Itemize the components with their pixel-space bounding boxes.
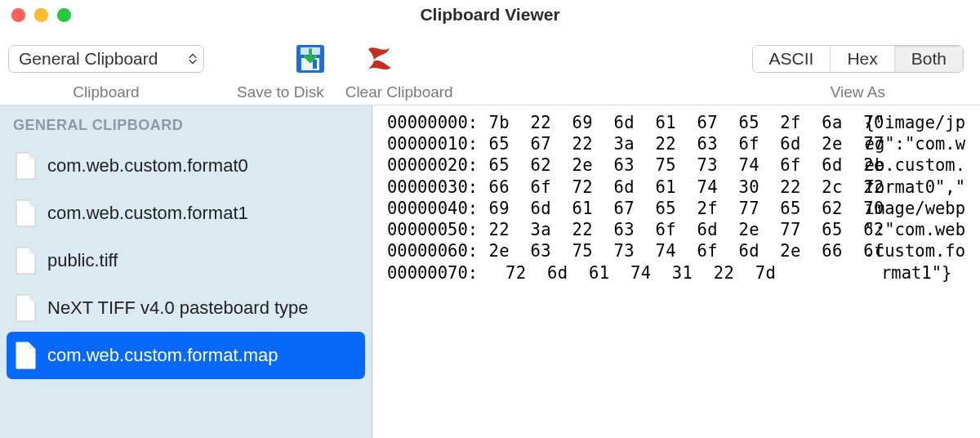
- viewas-group-label: View As: [831, 83, 885, 105]
- hex-row: 00000000:7b 22 69 6d 61 67 65 2f 6a 70{"…: [387, 112, 965, 133]
- close-window-button[interactable]: [11, 8, 25, 22]
- hex-row: 00000010:65 67 22 3a 22 63 6f 6d 2e 77eg…: [387, 133, 965, 154]
- segment-both[interactable]: Both: [894, 46, 963, 72]
- sidebar-item[interactable]: com.web.custom.format0: [0, 142, 372, 190]
- hex-offset: 00000020:: [387, 154, 489, 176]
- hex-row: 00000040:69 6d 61 67 65 2f 77 65 62 70im…: [387, 198, 965, 219]
- action-group: Save to Disk Clear Clipboard: [237, 34, 453, 105]
- sidebar-item-label: com.web.custom.format0: [47, 155, 248, 177]
- hex-bytes: 66 6f 72 6d 61 74 30 22 2c 22: [489, 177, 865, 198]
- hex-offset: 00000040:: [387, 198, 489, 219]
- window-title: Clipboard Viewer: [0, 5, 980, 25]
- hex-bytes: 72 6d 61 74 31 22 7d: [506, 262, 881, 284]
- segment-ascii[interactable]: ASCII: [753, 46, 831, 72]
- hex-ascii: eb.custom.: [865, 154, 965, 176]
- hex-ascii: image/webp: [865, 198, 965, 219]
- view-mode-segment: ASCII Hex Both: [752, 45, 964, 73]
- document-icon: [15, 247, 36, 275]
- svg-rect-3: [313, 60, 317, 69]
- hex-row: 00000020:65 62 2e 63 75 73 74 6f 6d 2eeb…: [387, 154, 965, 176]
- clipboard-select-value: General Clipboard: [19, 49, 158, 69]
- minimize-window-button[interactable]: [34, 8, 48, 22]
- hex-ascii: format0",": [865, 177, 965, 198]
- clipboard-group: General Clipboard Clipboard: [8, 34, 204, 105]
- hex-offset: 00000060:: [387, 240, 489, 261]
- x-icon: [362, 42, 396, 76]
- hex-bytes: 65 67 22 3a 22 63 6f 6d 2e 77: [489, 133, 865, 154]
- hex-ascii: {"image/jp: [865, 112, 965, 133]
- hex-bytes: 69 6d 61 67 65 2f 77 65 62 70: [489, 198, 865, 219]
- hex-row: 00000030:66 6f 72 6d 61 74 30 22 2c 22fo…: [387, 177, 965, 198]
- toolbar: General Clipboard Clipboard: [0, 29, 980, 105]
- zoom-window-button[interactable]: [57, 8, 71, 22]
- document-icon: [15, 152, 36, 180]
- hex-offset: 00000050:: [387, 219, 489, 240]
- hex-offset: 00000070:: [387, 262, 506, 284]
- hex-offset: 00000000:: [387, 112, 489, 133]
- hex-bytes: 22 3a 22 63 6f 6d 2e 77 65 62: [489, 219, 865, 240]
- hex-row: 00000070:72 6d 61 74 31 22 7drmat1"}: [387, 262, 965, 284]
- sidebar-item[interactable]: com.web.custom.format1: [0, 190, 372, 237]
- titlebar: Clipboard Viewer: [0, 0, 980, 29]
- hex-row: 00000050:22 3a 22 63 6f 6d 2e 77 65 62":…: [387, 219, 965, 240]
- hex-bytes: 7b 22 69 6d 61 67 65 2f 6a 70: [489, 112, 865, 133]
- sidebar-item-label: com.web.custom.format.map: [47, 345, 278, 366]
- sidebar-item[interactable]: com.web.custom.format.map: [7, 332, 365, 379]
- clear-clipboard-button[interactable]: [357, 42, 401, 76]
- hex-ascii: ":"com.web: [865, 219, 965, 240]
- hex-view: 00000000:7b 22 69 6d 61 67 65 2f 6a 70{"…: [372, 105, 980, 438]
- clipboard-select[interactable]: General Clipboard: [8, 45, 204, 73]
- document-icon: [15, 342, 36, 369]
- save-to-disk-button[interactable]: [288, 42, 332, 76]
- hex-bytes: 2e 63 75 73 74 6f 6d 2e 66 6f: [489, 240, 865, 261]
- sidebar-item-label: com.web.custom.format1: [47, 203, 248, 224]
- content: GENERAL CLIPBOARD com.web.custom.format0…: [0, 105, 980, 438]
- hex-ascii: .custom.fo: [865, 240, 965, 261]
- document-icon: [15, 199, 36, 227]
- viewas-group: ASCII Hex Both View As: [752, 34, 964, 105]
- hex-row: 00000060:2e 63 75 73 74 6f 6d 2e 66 6f.c…: [387, 240, 965, 261]
- hex-offset: 00000030:: [387, 177, 489, 198]
- clipboard-group-label: Clipboard: [73, 83, 139, 105]
- hex-ascii: rmat1"}: [881, 262, 965, 284]
- sidebar-item[interactable]: public.tiff: [0, 237, 372, 284]
- sidebar-item-label: public.tiff: [47, 250, 118, 271]
- segment-hex[interactable]: Hex: [830, 46, 893, 72]
- chevron-up-down-icon: [189, 54, 197, 65]
- sidebar-item-label: NeXT TIFF v4.0 pasteboard type: [47, 297, 309, 319]
- hex-offset: 00000010:: [387, 133, 489, 154]
- hex-bytes: 65 62 2e 63 75 73 74 6f 6d 2e: [489, 154, 865, 176]
- sidebar-header: GENERAL CLIPBOARD: [0, 112, 372, 142]
- floppy-disk-icon: [293, 42, 327, 76]
- traffic-lights: [0, 8, 71, 22]
- document-icon: [15, 294, 36, 322]
- clear-clipboard-label: Clear Clipboard: [345, 83, 453, 101]
- sidebar-item[interactable]: NeXT TIFF v4.0 pasteboard type: [0, 284, 372, 332]
- sidebar: GENERAL CLIPBOARD com.web.custom.format0…: [0, 105, 372, 438]
- hex-ascii: eg":"com.w: [865, 133, 965, 154]
- save-to-disk-label: Save to Disk: [237, 83, 324, 101]
